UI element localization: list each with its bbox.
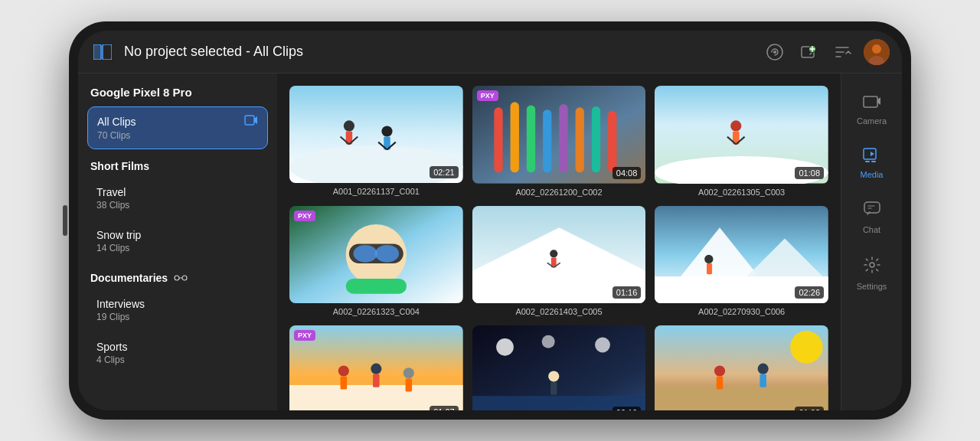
- chat-icon: [863, 201, 881, 222]
- sidebar-item-sports[interactable]: Sports 4 Clips: [87, 333, 268, 373]
- media-icon: [863, 147, 881, 167]
- clip-item-c8[interactable]: 00:19A002_02280720_C008: [472, 325, 646, 410]
- sidebar-toggle-icon[interactable]: [90, 41, 115, 63]
- clip-grid-area: 02:21A001_02261137_C001 PXY04:08A002_022…: [277, 74, 841, 410]
- clip-name: A002_02261305_C003: [655, 188, 828, 197]
- clip-name: A001_02261137_C001: [289, 187, 463, 196]
- svg-rect-2: [103, 44, 112, 60]
- sidebar-item-travel[interactable]: Travel 38 Clips: [87, 178, 268, 218]
- phone-screen: No project selected - All Clips: [78, 31, 902, 410]
- avatar[interactable]: [864, 39, 890, 65]
- clip-name: A002_02261200_C002: [472, 188, 646, 197]
- svg-rect-0: [93, 44, 101, 60]
- camera-label: Camera: [857, 116, 887, 126]
- clip-thumb-c6: 02:26: [655, 206, 828, 304]
- clip-badge: PXY: [294, 330, 315, 341]
- clip-item-c4[interactable]: PXYA002_02261323_C004: [289, 206, 463, 317]
- svg-rect-32: [608, 111, 616, 173]
- nav-chat[interactable]: Chat: [841, 193, 902, 242]
- clip-thumb-c9: 01:02: [655, 325, 828, 410]
- svg-rect-11: [245, 116, 254, 125]
- clip-name: A002_02261323_C004: [289, 307, 463, 316]
- import-icon[interactable]: [796, 40, 821, 64]
- camera-icon: [863, 93, 881, 113]
- clip-badge: PXY: [294, 211, 315, 221]
- clip-name: A002_02270930_C006: [655, 307, 828, 316]
- clip-duration: 02:21: [430, 166, 459, 178]
- media-label: Media: [861, 170, 884, 179]
- main-content: Google Pixel 8 Pro All Clips 70 Clips: [78, 74, 902, 410]
- svg-point-13: [182, 276, 187, 280]
- sidebar-item-interviews[interactable]: Interviews 19 Clips: [87, 290, 268, 330]
- clip-grid: 02:21A001_02261137_C001 PXY04:08A002_022…: [289, 86, 828, 410]
- svg-rect-44: [346, 278, 407, 293]
- settings-label: Settings: [857, 282, 887, 291]
- svg-point-9: [872, 44, 881, 54]
- svg-rect-31: [591, 106, 599, 172]
- section-short-films: Short Films: [90, 160, 265, 172]
- clip-thumb-c7: PXY01:07: [289, 325, 463, 410]
- top-bar-left: No project selected - All Clips: [90, 41, 753, 63]
- svg-rect-60: [341, 377, 347, 390]
- svg-point-84: [870, 263, 874, 267]
- clip-duration: 01:08: [795, 167, 824, 179]
- svg-point-75: [714, 365, 725, 376]
- svg-point-63: [403, 368, 414, 378]
- svg-rect-81: [865, 161, 870, 162]
- clip-name: A002_02261403_C005: [472, 307, 646, 316]
- svg-rect-78: [760, 374, 767, 387]
- clip-duration: 04:08: [612, 167, 642, 179]
- svg-point-55: [704, 254, 713, 263]
- clip-thumb-c5: 01:16: [472, 206, 646, 304]
- svg-rect-56: [707, 263, 712, 274]
- clip-item-c5[interactable]: 01:16A002_02261403_C005: [472, 206, 646, 317]
- svg-point-77: [758, 364, 769, 374]
- svg-point-12: [175, 276, 179, 280]
- sidebar-item-snow-trip[interactable]: Snow trip 14 Clips: [87, 221, 268, 261]
- svg-rect-62: [373, 374, 379, 387]
- clip-duration: 01:07: [430, 406, 459, 410]
- clip-thumb-c8: 00:19: [472, 325, 646, 410]
- svg-rect-64: [406, 378, 412, 391]
- svg-point-59: [338, 365, 349, 376]
- svg-rect-79: [864, 96, 877, 107]
- svg-point-35: [730, 120, 741, 131]
- svg-point-61: [371, 364, 381, 374]
- nav-media[interactable]: Media: [841, 139, 902, 187]
- clip-thumb-c4: PXY: [289, 206, 463, 303]
- sidebar-item-all-clips[interactable]: All Clips 70 Clips: [87, 106, 268, 149]
- nav-camera[interactable]: Camera: [841, 86, 902, 133]
- svg-rect-26: [510, 102, 518, 172]
- clip-item-c7[interactable]: PXY01:07A002_02271500_C007: [289, 325, 463, 410]
- nav-settings[interactable]: Settings: [841, 248, 902, 299]
- clip-item-c9[interactable]: 01:02A003_01310725_C002: [655, 325, 828, 410]
- right-nav: Camera Media: [841, 74, 902, 410]
- svg-point-20: [381, 126, 392, 136]
- svg-rect-76: [717, 377, 724, 390]
- svg-rect-82: [871, 161, 876, 162]
- clip-item-c1[interactable]: 02:21A001_02261137_C001: [289, 86, 463, 197]
- svg-point-43: [375, 244, 399, 262]
- phone-frame: No project selected - All Clips: [69, 21, 911, 420]
- page-title: No project selected - All Clips: [124, 44, 303, 60]
- clip-duration: 00:19: [612, 407, 642, 411]
- sort-icon[interactable]: [830, 40, 854, 64]
- clip-thumb-c3: 01:08: [655, 86, 828, 184]
- clip-badge: PXY: [477, 90, 498, 101]
- svg-rect-30: [575, 107, 583, 172]
- chat-label: Chat: [863, 225, 880, 234]
- clip-icon: [244, 115, 258, 129]
- section-documentaries: Documentaries: [90, 272, 265, 284]
- clip-duration: 02:26: [795, 286, 824, 299]
- svg-rect-25: [494, 107, 502, 172]
- svg-point-67: [541, 335, 554, 348]
- svg-rect-71: [550, 382, 557, 395]
- svg-point-70: [548, 371, 559, 382]
- ai-icon[interactable]: [763, 40, 787, 64]
- device-name: Google Pixel 8 Pro: [87, 86, 268, 99]
- clip-item-c3[interactable]: 01:08A002_02261305_C003: [655, 86, 828, 197]
- svg-point-73: [790, 331, 823, 364]
- clip-item-c6[interactable]: 02:26A002_02270930_C006: [655, 206, 828, 317]
- clip-item-c2[interactable]: PXY04:08A002_02261200_C002: [472, 86, 646, 197]
- svg-rect-83: [864, 202, 880, 213]
